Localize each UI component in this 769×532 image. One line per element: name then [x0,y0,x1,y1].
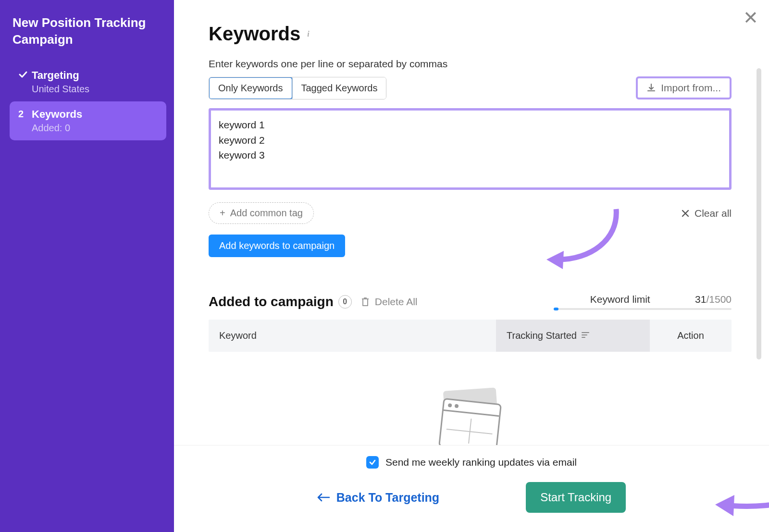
plus-icon: + [220,208,225,219]
limit-progress [554,308,732,310]
step-targeting[interactable]: Targeting United States [10,62,166,101]
download-icon [646,83,656,93]
keyword-mode-toggle: Only Keywords Tagged Keywords [209,77,386,99]
import-label: Import from... [661,82,721,94]
wizard-sidebar: New Position Tracking Campaign Targeting… [0,0,174,532]
scrollbar[interactable] [757,68,761,359]
keywords-textarea[interactable] [209,108,732,190]
added-count-badge: 0 [338,295,352,309]
wizard-title: New Position Tracking Campaign [12,14,169,48]
delete-all-label: Delete All [375,296,418,308]
col-keyword[interactable]: Keyword [209,320,496,352]
step-targeting-sub: United States [32,84,158,95]
content-area: Keywords i Enter keywords one per line o… [174,0,769,445]
x-icon [681,209,690,218]
keyword-limit: Keyword limit 31/1500 [554,294,732,305]
col-action: Action [650,320,732,352]
clear-all-label: Clear all [695,208,732,219]
main-panel: ✕ Keywords i Enter keywords one per line… [174,0,769,532]
start-tracking-button[interactable]: Start Tracking [526,482,626,513]
step-targeting-title: Targeting [32,69,158,82]
back-to-targeting-link[interactable]: Back To Targeting [317,491,439,505]
empty-state-illustration [209,389,732,445]
step-keywords[interactable]: 2 Keywords Added: 0 [10,101,166,140]
col-tracking-started[interactable]: Tracking Started [496,320,650,352]
tab-only-keywords[interactable]: Only Keywords [209,77,293,99]
back-label: Back To Targeting [336,491,439,505]
helper-text: Enter keywords one per line or separated… [209,58,732,70]
trash-icon [360,297,370,307]
added-section-title: Added to campaign 0 [209,294,352,309]
table-header: Keyword Tracking Started Action [209,320,732,352]
step-keywords-title: Keywords [32,108,158,121]
weekly-updates-label: Send me weekly ranking updates via email [385,457,577,468]
sort-icon [582,331,589,341]
info-icon[interactable]: i [307,30,309,38]
limit-total: /1500 [706,294,732,305]
add-tag-label: Add common tag [230,208,303,219]
weekly-updates-checkbox[interactable] [366,456,379,469]
step-number-icon: 2 [18,109,32,120]
page-title: Keywords i [209,23,732,45]
tab-tagged-keywords[interactable]: Tagged Keywords [292,77,386,99]
col-tracking-label: Tracking Started [507,330,577,341]
limit-label: Keyword limit [590,294,650,305]
limit-used: 31 [695,294,706,305]
arrow-left-icon [317,491,330,505]
page-title-text: Keywords [209,23,300,45]
clear-all-button[interactable]: Clear all [681,208,732,219]
delete-all-button[interactable]: Delete All [360,296,418,308]
added-title-text: Added to campaign [209,294,334,309]
svg-marker-0 [546,251,564,269]
add-keywords-button[interactable]: Add keywords to campaign [209,235,345,257]
wizard-footer: Send me weekly ranking updates via email… [174,445,769,532]
add-common-tag-button[interactable]: + Add common tag [209,202,314,224]
check-icon [18,70,32,79]
import-button[interactable]: Import from... [636,76,732,99]
step-keywords-sub: Added: 0 [32,123,158,134]
